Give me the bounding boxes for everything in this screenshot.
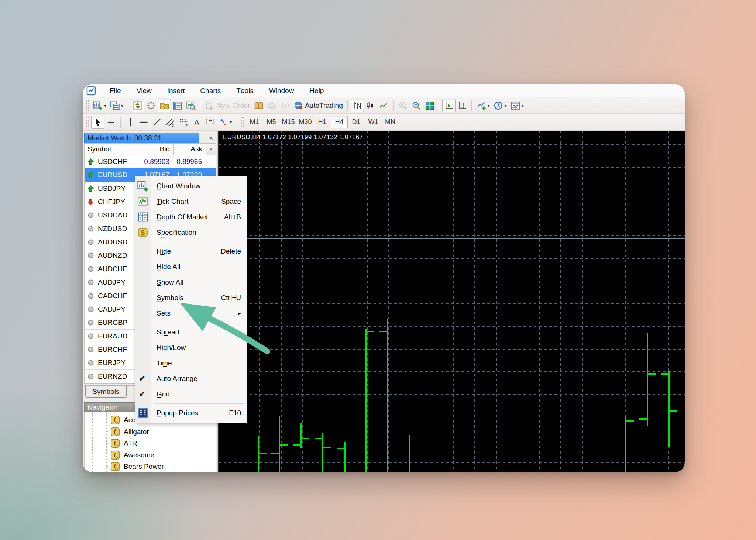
timeframe-d1[interactable]: D1 [348,116,365,128]
menu-item-depth-of-market[interactable]: D̲epth Of MarketAlt+B [135,209,247,225]
terminal-toggle-button[interactable] [171,99,184,112]
line-chart-mode-button[interactable] [377,99,391,112]
symbol-cell: USDCHF [85,155,135,168]
column-bid[interactable]: Bid [135,144,174,155]
trend-flat-icon [87,319,95,327]
menubar-item[interactable]: V̲iew [129,87,159,95]
template-icon [511,101,520,110]
symbol-cell: AUDNZD [85,249,135,262]
menubar-item[interactable]: I̲nsert [159,87,193,95]
zoom-out-button[interactable] [410,99,423,112]
scroll-up-icon[interactable]: ∧ [206,144,216,155]
toolbar-grip[interactable] [86,100,89,111]
dom-icon [137,211,148,223]
chart-shift-button[interactable] [456,99,469,112]
market-watch-toggle-button[interactable] [131,99,144,112]
menubar-item[interactable]: W̲indow [261,87,302,95]
func-icon: f [110,438,120,448]
strategy-tester-button[interactable] [184,99,197,112]
toolbar-grip[interactable] [241,117,244,127]
trendline-tool-button[interactable] [150,116,164,129]
menubar-item[interactable]: F̲ile [102,87,129,95]
navigator-toggle-button[interactable] [158,99,171,112]
timeframe-mn[interactable]: MN [382,116,399,128]
menubar-item[interactable]: T̲ools [228,87,261,95]
menu-item-auto-arrange[interactable]: ✔Auto A̲rrange [135,371,247,386]
timeframe-m1[interactable]: M1 [246,116,263,128]
trend-flat-icon [87,292,95,300]
chevron-down-icon[interactable]: ▾ [488,103,490,108]
func-icon: f [110,462,120,471]
menu-item-time[interactable]: Tim̲e [135,355,247,371]
menubar-item[interactable]: H̲elp [302,87,331,95]
market-watch-header: Symbol Bid Ask ∧ [84,143,216,155]
horizontal-line-tool-button[interactable] [137,116,150,129]
tab-symbols[interactable]: Symbols [85,386,127,398]
text-tool-button[interactable]: A [190,116,203,129]
menu-item-hide[interactable]: Hi̲deDelete [135,244,247,259]
menu-item-spread[interactable]: Spr̲ead [135,324,247,340]
chevron-down-icon[interactable]: ▾ [121,103,123,108]
menu-item-show-all[interactable]: S̲how All [135,275,247,290]
chevron-down-icon[interactable]: ▾ [522,103,524,108]
channel-tool-button[interactable]: E [164,116,177,129]
new-chart-button[interactable]: ▾ [91,99,108,112]
timeframe-h4[interactable]: H4 [331,116,348,128]
menu-item-high-low[interactable]: High/L̲ow [135,340,247,355]
timeframe-m15[interactable]: M15 [280,116,297,128]
metaeditor-button [265,99,279,112]
period-selector-button[interactable]: ▾ [492,99,509,112]
label-tool-button[interactable]: T [203,116,217,129]
menu-item-hide-all[interactable]: H̲ide All [135,259,247,275]
price-chart[interactable]: EURUSD,H4 1.07172 1.07199 1.07132 1.0716… [218,131,685,472]
menu-item-chart-window[interactable]: C̲hart Window [135,178,247,194]
timeframe-w1[interactable]: W1 [365,116,382,128]
bar-chart-mode-button[interactable] [351,99,364,112]
symbol-label: EURCHF [98,345,127,354]
data-window-button[interactable] [144,99,158,112]
tree-item-atr[interactable]: fATR [85,437,216,449]
menu-item-popup-prices[interactable]: P̲opup PricesF10 [135,405,247,421]
chevron-down-icon[interactable]: ▾ [104,103,106,108]
menu-item-tick-chart[interactable]: T̲ick ChartSpace [135,194,247,209]
close-icon[interactable]: × [206,133,216,143]
fibonacci-tool-button[interactable]: F [177,116,190,129]
menubar-item[interactable]: C̲harts [192,87,228,95]
menu-item-specification[interactable]: $Sp̲ecification [135,225,247,240]
menu-item-sets[interactable]: Sets▸ [135,306,247,321]
profiles-button[interactable]: ▾ [108,99,125,112]
table-row-usdchf[interactable]: USDCHF0.899030.89965 [85,155,216,169]
auto-scroll-button[interactable] [442,99,456,112]
timeframe-m30[interactable]: M30 [297,116,314,128]
symbol-label: EURNZD [98,372,127,381]
column-ask[interactable]: Ask [174,144,206,155]
chevron-down-icon[interactable]: ▾ [230,120,232,124]
tree-item-bears-power[interactable]: fBears Power [85,461,216,472]
chevron-down-icon[interactable]: ▾ [505,103,507,108]
chart-shift-icon [457,101,467,110]
history-center-button[interactable] [252,99,265,112]
timeframe-h1[interactable]: H1 [314,116,331,128]
menu-item-label: Auto A̲rrange [157,375,197,383]
crosshair-tool-button[interactable] [104,116,118,129]
menu-shortcut: Delete [221,247,241,255]
autotrading-button[interactable]: AutoTrading [292,99,345,112]
symbol-cell: AUDCHF [85,262,135,276]
menu-item-symbols[interactable]: S̲ymbolsCtrl+U [135,290,247,306]
indicators-list-button[interactable]: ▾ [475,99,492,112]
tree-item-alligator[interactable]: fAlligator [85,426,216,438]
menu-item-grid[interactable]: ✔G̲rid [135,386,247,402]
symbol-label: USDJPY [98,185,126,193]
column-symbol[interactable]: Symbol [85,144,135,155]
tile-windows-button[interactable] [423,99,436,112]
candlestick-mode-button[interactable] [364,99,377,112]
arrows-tool-button[interactable]: ▾ [217,116,234,129]
toolbar-grip[interactable] [86,117,89,127]
tree-branch [106,466,110,467]
template-selector-button[interactable]: ▾ [509,99,526,112]
timeframe-m5[interactable]: M5 [263,116,280,128]
market-watch-title: Market Watch: 00:38:31 [84,133,199,143]
tree-item-awesome[interactable]: fAwesome [85,449,216,461]
cursor-tool-button[interactable] [91,116,104,129]
vertical-line-tool-button[interactable] [124,116,137,129]
